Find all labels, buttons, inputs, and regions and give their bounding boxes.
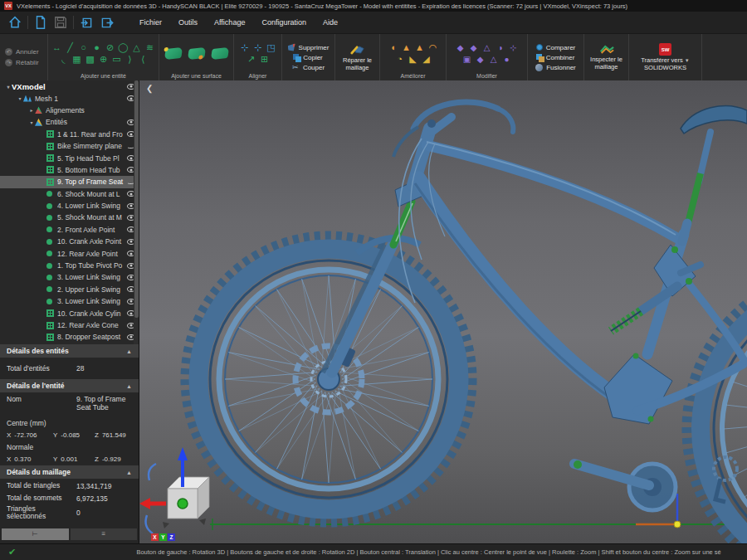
menu-item[interactable]: Outils (170, 15, 206, 30)
menu-item[interactable]: Aide (315, 15, 346, 30)
menu-item[interactable]: Fichier (131, 15, 170, 30)
entity-tool-icon[interactable]: ◯ (118, 42, 129, 53)
surface-patch-icon[interactable] (210, 47, 228, 60)
modify-tool-icon[interactable]: ◆ (455, 42, 466, 53)
copy-button[interactable]: Copier (292, 53, 325, 62)
tree-scrollbar[interactable] (134, 80, 139, 344)
tree-entity-row[interactable]: 10. Crank Axle Point (0, 236, 139, 247)
tree-node-mesh1[interactable]: ▾ Mesh 1 (0, 92, 139, 104)
transfer-solidworks-button[interactable]: SW Transférer vers ▼ SOLIDWORKS (637, 41, 694, 73)
tree-entity-row[interactable]: 12. Rear Axle Point (0, 247, 139, 259)
expand-arrow-icon[interactable]: ▾ (5, 84, 12, 90)
entity-tool-icon[interactable]: ▦ (71, 54, 83, 65)
tree-entity-row[interactable]: 2. Upper Link Swing (0, 284, 139, 295)
entity-tool-icon[interactable]: △ (131, 42, 143, 53)
tree-entity-row[interactable]: 8. Dropper Seatpost (0, 331, 139, 343)
mesh-details-header[interactable]: Détails du maillage ▲ (0, 465, 139, 479)
collapse-icon[interactable]: ▲ (126, 470, 132, 475)
tree-node-vxmodel[interactable]: ▾ VXmodel (0, 80, 139, 92)
undo-button[interactable]: ↶ Annuler (0, 46, 47, 57)
expand-arrow-icon[interactable]: ▾ (28, 119, 35, 125)
tree-entity-row[interactable]: 5. Shock Mount at M (0, 212, 139, 223)
align-tool-icon[interactable]: ◳ (266, 42, 277, 53)
tree-entity-row[interactable]: 4. Lower Link Swing (0, 200, 139, 212)
align-tool-icon[interactable]: ↗ (246, 54, 257, 65)
redo-button[interactable]: ↷ Rétablir (0, 57, 47, 68)
menu-item[interactable]: Configuration (253, 15, 315, 30)
entity-tool-icon[interactable]: ╱ (65, 42, 76, 53)
tree-entity-row[interactable]: 2. Front Axle Point (0, 224, 139, 236)
tree-entity-row[interactable]: 5. Tip Head Tube Pl (0, 152, 139, 163)
align-tool-icon[interactable]: ⊞ (259, 54, 271, 65)
tree-entity-row[interactable]: 3. Lower Link Swing (0, 271, 139, 283)
improve-tool-icon[interactable]: ▲ (401, 42, 413, 53)
tree-entity-row[interactable]: 10. Crank Axle Cylin (0, 307, 139, 319)
rear-wheel[interactable] (687, 270, 747, 543)
home-icon[interactable] (5, 13, 25, 32)
merge-button[interactable]: Fusionner (534, 63, 578, 72)
collapse-icon[interactable]: ▲ (126, 348, 132, 354)
axis-y-badge[interactable]: Y (159, 533, 167, 541)
improve-tool-icon[interactable]: ◔ (394, 54, 406, 65)
modify-tool-icon[interactable]: ⊹ (508, 42, 520, 53)
entity-tool-icon[interactable]: ○ (78, 42, 90, 53)
panel-collapse-icon[interactable]: ❮ (146, 84, 153, 93)
entity-details-header[interactable]: Détails de l'entité ▲ (0, 379, 139, 392)
improve-tool-icon[interactable]: ◠ (427, 42, 439, 53)
inspect-mesh-button[interactable]: Inspecter le maillage (583, 42, 630, 72)
front-wheel[interactable] (186, 236, 471, 522)
3d-viewport[interactable]: ❮ (139, 80, 747, 543)
entity-tool-icon[interactable]: ⊘ (105, 42, 116, 53)
tree-entity-row[interactable]: 3. Lower Link Swing (0, 295, 139, 307)
modify-tool-icon[interactable]: ▣ (461, 54, 473, 65)
crankset[interactable] (574, 460, 676, 510)
delete-button[interactable]: Supprimer (286, 43, 331, 52)
saddle-seatpost[interactable] (681, 106, 747, 241)
align-tool-icon[interactable]: ⊹ (252, 42, 264, 53)
tab-list-view[interactable]: ≡ (71, 528, 138, 540)
modify-tool-icon[interactable]: ◑ (495, 42, 506, 53)
tree-node-entities[interactable]: ▾ Entités (0, 116, 139, 128)
tree-entity-row[interactable]: 6. Shock Mount at L (0, 188, 139, 200)
save-icon[interactable] (51, 13, 71, 32)
modify-tool-icon[interactable]: △ (488, 54, 500, 65)
tree-entity-row[interactable]: 1. Top Tube Pivot Po (0, 260, 139, 271)
repair-mesh-button[interactable]: Réparer le maillage (335, 41, 380, 73)
modify-tool-icon[interactable]: ● (501, 54, 513, 65)
new-document-icon[interactable] (31, 13, 51, 32)
compare-button[interactable]: Comparer (535, 43, 578, 52)
improve-tool-icon[interactable]: ◖ (388, 42, 399, 53)
entity-tool-icon[interactable]: ▭ (111, 54, 123, 65)
entity-tool-icon[interactable]: ▩ (85, 54, 96, 65)
tab-tree-view[interactable]: ⊢ (2, 528, 69, 540)
entity-tool-icon[interactable]: ◟ (58, 54, 70, 65)
axis-z-badge[interactable]: Z (168, 533, 175, 541)
modify-tool-icon[interactable]: △ (481, 42, 493, 53)
axis-badges[interactable]: X Y Z (151, 533, 175, 541)
expand-arrow-icon[interactable]: ▾ (17, 95, 23, 101)
entity-tool-icon[interactable]: ⟨ (138, 54, 149, 65)
entity-tool-icon[interactable]: ↔ (51, 42, 63, 53)
entity-tool-icon[interactable]: ≋ (144, 42, 156, 53)
modify-tool-icon[interactable]: ◆ (468, 42, 480, 53)
menu-item[interactable]: Affichage (206, 15, 253, 30)
tree-entity-row[interactable]: 12. Rear Axle Cone (0, 319, 139, 331)
entity-tool-icon[interactable]: ⟩ (124, 54, 136, 65)
surface-auto-icon[interactable] (164, 47, 182, 60)
combine-button[interactable]: Combiner (535, 53, 577, 62)
collapse-arrow-icon[interactable]: ▸ (28, 107, 35, 113)
tree-entity-row[interactable]: 5. Bottom Head Tub (0, 164, 139, 176)
improve-tool-icon[interactable]: ◢ (421, 54, 432, 65)
modify-tool-icon[interactable]: ◆ (475, 54, 486, 65)
axis-x-badge[interactable]: X (151, 533, 159, 541)
orientation-cube[interactable] (139, 447, 209, 533)
tree-node-alignments[interactable]: ▸ Alignements (0, 105, 139, 116)
tree-entity-row[interactable]: Bike Simmetry plane (0, 140, 139, 152)
improve-tool-icon[interactable]: ▲ (414, 42, 426, 53)
improve-tool-icon[interactable]: ◣ (408, 54, 419, 65)
export-session-icon[interactable] (96, 13, 116, 32)
tree-entity-row[interactable]: 9. Top of Frame Seat (0, 176, 139, 187)
align-tool-icon[interactable]: ⊹ (239, 42, 251, 53)
scrollbar-thumb[interactable] (134, 80, 139, 318)
entity-tool-icon[interactable]: ⊕ (98, 54, 110, 65)
